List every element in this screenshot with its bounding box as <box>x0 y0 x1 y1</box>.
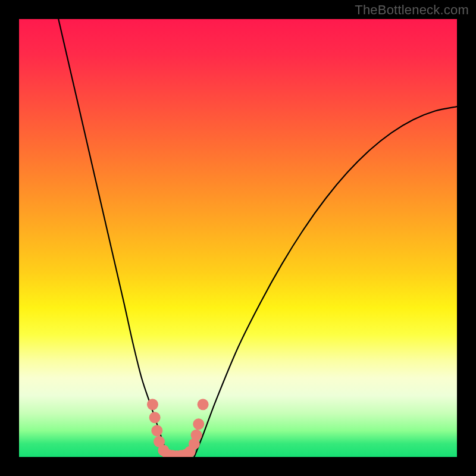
highlight-dot <box>151 425 162 436</box>
valley-highlight-dots <box>147 399 209 457</box>
highlight-dot <box>149 412 161 423</box>
highlight-dot <box>193 418 204 430</box>
curve-layer <box>19 19 457 457</box>
left-branch-curve <box>58 19 168 457</box>
chart-frame: TheBottleneck.com <box>0 0 476 476</box>
plot-area <box>19 19 457 457</box>
highlight-dot <box>191 430 202 441</box>
right-branch-curve <box>194 107 457 457</box>
watermark-text: TheBottleneck.com <box>355 2 469 18</box>
highlight-dot <box>147 399 158 410</box>
highlight-dot <box>198 399 209 410</box>
